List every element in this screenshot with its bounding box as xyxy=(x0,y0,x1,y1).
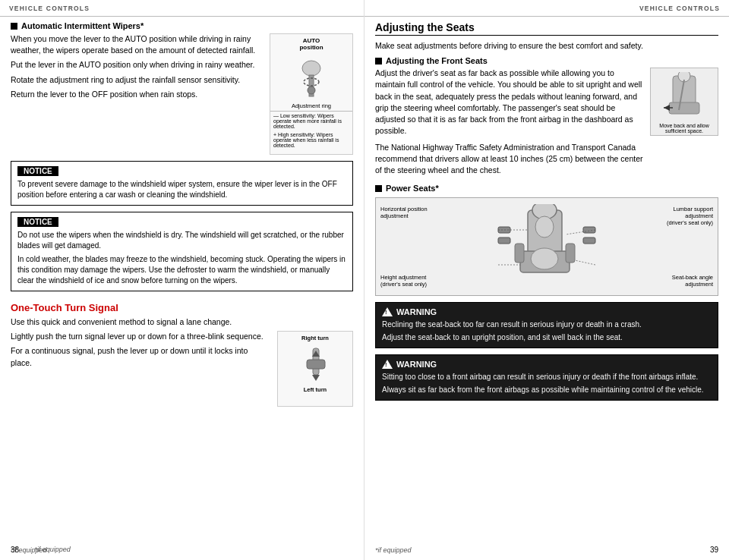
left-footer-row: 38 *if equipped xyxy=(11,546,71,554)
left-page: Automatic Intermittent Wipers* When you … xyxy=(0,0,364,560)
height-label: Height adjustment(driver's seat only) xyxy=(380,274,437,288)
warning-text-2a: Sitting too close to a front airbag can … xyxy=(382,372,712,382)
front-seats-bullet xyxy=(375,58,382,64)
warning-box-2: WARNING Sitting too close to a front air… xyxy=(375,354,718,401)
one-touch-body1: Use this quick and convenient method to … xyxy=(11,316,353,328)
warning-triangle-2 xyxy=(382,360,393,369)
notice-label-2: NOTICE xyxy=(17,217,58,227)
left-if-equipped-2: *if equipped xyxy=(34,546,71,554)
low-sensitivity-label: — Low sensitivity: Wipers operate when m… xyxy=(270,111,352,131)
one-touch-text-col: Lightly push the turn signal lever up or… xyxy=(11,331,271,407)
svg-rect-22 xyxy=(498,238,510,244)
one-touch-section: One-Touch Turn Signal Use this quick and… xyxy=(11,302,353,407)
front-seats-content: Adjust the driver's seat as far back as … xyxy=(375,68,718,179)
svg-point-2 xyxy=(308,87,315,94)
warning-label-1: WARNING xyxy=(382,307,712,316)
warning-text-1b: Adjust the seat-back to an upright posit… xyxy=(382,332,712,343)
svg-point-20 xyxy=(531,248,558,269)
svg-rect-23 xyxy=(583,227,595,233)
front-seats-title: Adjusting the Front Seats xyxy=(386,56,488,65)
front-seats-text: Adjust the driver's seat as far back as … xyxy=(375,68,644,179)
seatback-label: Seat-back angle adjustment xyxy=(652,274,713,288)
warning-triangle-1 xyxy=(382,307,393,316)
wipers-section-title: Automatic Intermittent Wipers* xyxy=(11,21,353,30)
wipers-para-3: Rotate the adjustment ring to adjust the… xyxy=(11,74,264,86)
front-seats-subsection: Adjusting the Front Seats xyxy=(375,56,718,65)
turn-diagram-col: Right turn xyxy=(277,331,353,407)
page-container: Automatic Intermittent Wipers* When you … xyxy=(0,0,729,560)
wipers-text-col: When you move the lever to the AUTO posi… xyxy=(11,33,264,155)
right-turn-label: Right turn xyxy=(278,332,352,341)
right-if-equipped: *if equipped xyxy=(375,546,412,554)
warning-text-1a: Reclining the seat-back too far can resu… xyxy=(382,319,712,330)
front-seats-para-1: Adjust the driver's seat as far back as … xyxy=(375,68,644,137)
svg-line-28 xyxy=(575,260,595,265)
warning-label-2: WARNING xyxy=(382,360,712,369)
wipers-content: When you move the lever to the AUTO posi… xyxy=(11,33,353,155)
seat-icon-svg xyxy=(658,72,711,121)
turn-lever-shape xyxy=(278,344,352,386)
one-touch-body2: Lightly push the turn signal lever up or… xyxy=(11,331,271,342)
lever-svg xyxy=(289,57,334,102)
power-seats-diagram: Horizontal position adjustment Height ad… xyxy=(375,197,718,296)
turn-diagram: Right turn xyxy=(277,331,353,407)
right-footer-row: *if equipped 39 xyxy=(375,546,718,554)
notice-text-2a: Do not use the wipers when the windshiel… xyxy=(17,230,346,251)
adjustment-ring-label: Adjustment ring xyxy=(270,102,352,109)
svg-rect-24 xyxy=(583,238,595,244)
lever-shape xyxy=(270,57,352,102)
notice-box-2: NOTICE Do not use the wipers when the wi… xyxy=(11,212,353,291)
high-sensitivity-label: + High sensitivity: Wipers operate when … xyxy=(270,131,352,149)
notice-text-1: To prevent severe damage to the windshie… xyxy=(17,179,346,200)
power-seats-title: Power Seats* xyxy=(386,184,439,193)
front-seat-image-col: Move back and allow sufficient space. xyxy=(650,68,718,179)
svg-point-19 xyxy=(535,216,554,238)
seat-illustration xyxy=(494,204,600,289)
auto-diagram: AUTOposition Adjustment ring — Lo xyxy=(270,33,353,155)
power-seats-subsection: Power Seats* xyxy=(375,184,718,193)
lumbar-label: Lumbar support adjustment(driver's seat … xyxy=(652,206,713,226)
right-page: Adjusting the Seats Make seat adjustment… xyxy=(364,0,729,560)
wipers-para-2: Put the lever in the AUTO position only … xyxy=(11,59,264,71)
seats-intro: Make seat adjustments before driving to … xyxy=(375,40,718,52)
wipers-para-4: Return the lever to the OFF position whe… xyxy=(11,89,264,100)
wipers-title: Automatic Intermittent Wipers* xyxy=(21,21,144,30)
notice-text-2b: In cold weather, the blades may freeze t… xyxy=(17,254,346,286)
front-seats-para-2: The National Highway Traffic Safety Admi… xyxy=(375,142,644,177)
wipers-diagram-col: AUTOposition Adjustment ring — Lo xyxy=(270,33,353,155)
svg-rect-17 xyxy=(515,244,524,263)
wipers-para-1: When you move the lever to the AUTO posi… xyxy=(11,33,264,56)
warning-title-1: WARNING xyxy=(396,307,437,316)
svg-rect-9 xyxy=(669,102,699,114)
notice-label-1: NOTICE xyxy=(17,166,58,176)
seat-caption: Move back and allow sufficient space. xyxy=(651,121,718,135)
one-touch-body3: For a continuous signal, push the lever … xyxy=(11,345,271,368)
horizontal-label: Horizontal position adjustment xyxy=(380,206,434,219)
left-turn-label: Left turn xyxy=(278,386,352,393)
front-seat-img: Move back and allow sufficient space. xyxy=(650,68,718,136)
power-seat-svg xyxy=(494,204,600,288)
svg-marker-7 xyxy=(312,375,320,381)
adjusting-seats-title: Adjusting the Seats xyxy=(375,21,718,36)
svg-point-0 xyxy=(302,61,320,76)
warning-text-2b: Always sit as far back from the front ai… xyxy=(382,385,712,395)
bullet-square xyxy=(11,23,17,30)
one-touch-content: Lightly push the turn signal lever up or… xyxy=(11,331,353,407)
svg-rect-18 xyxy=(566,244,575,263)
warning-box-1: WARNING Reclining the seat-back too far … xyxy=(375,302,718,348)
notice-box-1: NOTICE To prevent severe damage to the w… xyxy=(11,161,353,206)
warning-title-2: WARNING xyxy=(396,360,437,369)
svg-rect-5 xyxy=(307,360,325,369)
one-touch-title: One-Touch Turn Signal xyxy=(11,302,353,313)
auto-label: AUTOposition xyxy=(270,34,352,54)
power-seats-bullet xyxy=(375,185,382,192)
left-page-num: 38 xyxy=(11,546,19,554)
turn-lever-svg xyxy=(295,344,336,386)
right-page-num: 39 xyxy=(710,546,718,554)
